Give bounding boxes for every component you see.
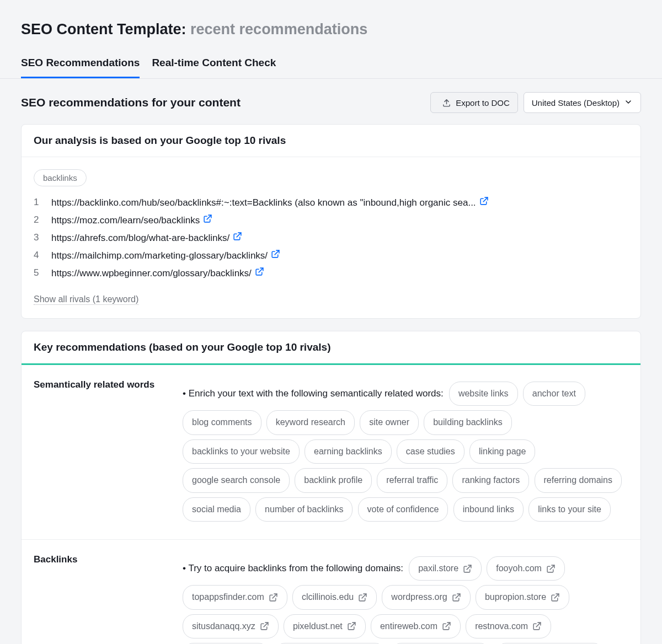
semantic-word-pill[interactable]: site owner <box>360 410 419 434</box>
semantic-word-pill[interactable]: links to your site <box>528 497 611 522</box>
region-select-label: United States (Desktop) <box>532 98 620 108</box>
tab-seo-recommendations[interactable]: SEO Recommendations <box>21 57 140 78</box>
backlinks-label: Backlinks <box>34 554 172 644</box>
export-button-label: Export to DOC <box>456 98 510 108</box>
semantic-word-pill[interactable]: inbound links <box>453 497 524 522</box>
external-link-icon <box>260 621 269 631</box>
rival-item: 5https://www.wpbeginner.com/glossary/bac… <box>34 267 628 279</box>
rival-item: 1https://backlinko.com/hub/seo/backlinks… <box>34 196 628 208</box>
backlinks-lead: Try to acquire backlinks from the follow… <box>183 563 403 573</box>
semantic-words-row: Semantically related words Enrich your t… <box>22 365 640 540</box>
semantic-word-pill[interactable]: referral traffic <box>377 468 447 492</box>
external-link-icon <box>347 621 356 631</box>
rival-link[interactable]: https://www.wpbeginner.com/glossary/back… <box>51 268 252 278</box>
external-link-icon <box>546 564 556 573</box>
region-select[interactable]: United States (Desktop) <box>524 92 641 113</box>
section-heading: SEO recommendations for your content <box>21 96 241 109</box>
backlink-domain-pill[interactable]: wordpress.org <box>382 585 470 609</box>
semantic-words-lead: Enrich your text with the following sema… <box>183 388 444 399</box>
chevron-down-icon <box>624 98 633 108</box>
semantic-words-label: Semantically related words <box>34 379 172 524</box>
backlinks-row: Backlinks Try to acquire backlinks from … <box>22 540 640 644</box>
external-link-icon[interactable] <box>203 214 212 223</box>
rival-link[interactable]: https://backlinko.com/hub/seo/backlinks#… <box>51 197 476 208</box>
semantic-word-pill[interactable]: website links <box>449 382 518 406</box>
rival-item: 4https://mailchimp.com/marketing-glossar… <box>34 249 628 261</box>
rival-index: 4 <box>34 250 41 261</box>
page-title: SEO Content Template: recent recommendat… <box>21 21 641 38</box>
external-link-icon[interactable] <box>479 196 489 206</box>
title-main: SEO Content Template: <box>21 21 186 37</box>
semantic-word-pill[interactable]: linking page <box>469 439 535 464</box>
rivals-list: 1https://backlinko.com/hub/seo/backlinks… <box>34 196 628 279</box>
rival-index: 3 <box>34 232 41 243</box>
semantic-word-pill[interactable]: keyword research <box>266 410 355 434</box>
rival-link[interactable]: https://moz.com/learn/seo/backlinks <box>51 215 200 226</box>
rival-link[interactable]: https://mailchimp.com/marketing-glossary… <box>51 250 268 261</box>
backlink-domain-pill[interactable]: restnova.com <box>466 614 551 638</box>
backlink-domain-pill[interactable]: clcillinois.edu <box>292 585 377 609</box>
external-link-icon <box>532 621 542 631</box>
keyword-chip[interactable]: backlinks <box>34 169 87 186</box>
external-link-icon[interactable] <box>255 267 264 276</box>
external-link-icon <box>442 621 451 631</box>
external-link-icon[interactable] <box>233 232 242 241</box>
export-button[interactable]: Export to DOC <box>430 92 518 113</box>
external-link-icon <box>551 593 560 602</box>
semantic-word-pill[interactable]: social media <box>183 497 250 522</box>
semantic-word-pill[interactable]: number of backlinks <box>255 497 353 522</box>
key-recommendations-card: Key recommendations (based on your Googl… <box>21 331 641 644</box>
rival-index: 2 <box>34 214 41 226</box>
backlink-domain-pill[interactable]: situsdanaqq.xyz <box>183 614 279 638</box>
rivals-card: Our analysis is based on your Google top… <box>21 124 641 319</box>
tabs: SEO RecommendationsReal-time Content Che… <box>0 57 662 79</box>
semantic-word-pill[interactable]: google search console <box>183 468 290 492</box>
semantic-word-pill[interactable]: earning backlinks <box>305 439 392 464</box>
semantic-word-pill[interactable]: blog comments <box>183 410 261 434</box>
semantic-word-pill[interactable]: ranking factors <box>452 468 529 492</box>
rival-index: 5 <box>34 267 41 278</box>
backlink-domain-pill[interactable]: paxil.store <box>409 556 482 581</box>
rivals-card-title: Our analysis is based on your Google top… <box>22 125 640 157</box>
semantic-word-pill[interactable]: anchor text <box>523 382 585 406</box>
backlink-domain-pill[interactable]: fooyoh.com <box>487 556 565 581</box>
semantic-word-pill[interactable]: building backlinks <box>424 410 511 434</box>
external-link-icon <box>463 564 472 573</box>
backlink-domain-pill[interactable]: pixeldust.net <box>284 614 366 638</box>
key-recommendations-title: Key recommendations (based on your Googl… <box>22 331 640 363</box>
semantic-word-pill[interactable]: referring domains <box>535 468 622 492</box>
semantic-word-pill[interactable]: vote of confidence <box>358 497 449 522</box>
tab-real-time-content-check[interactable]: Real-time Content Check <box>152 57 276 78</box>
rival-index: 1 <box>34 197 41 208</box>
backlink-domain-pill[interactable]: entireweb.com <box>371 614 461 638</box>
rival-item: 2https://moz.com/learn/seo/backlinks <box>34 214 628 226</box>
external-link-icon <box>358 593 367 602</box>
semantic-word-pill[interactable]: backlink profile <box>295 468 372 492</box>
semantic-word-pill[interactable]: backlinks to your website <box>183 439 300 464</box>
backlink-domain-pill[interactable]: bupropion.store <box>476 585 569 609</box>
external-link-icon <box>452 593 461 602</box>
semantic-word-pill[interactable]: case studies <box>397 439 465 464</box>
upload-icon <box>442 98 451 108</box>
title-sub: recent recommendations <box>190 21 367 37</box>
rival-link[interactable]: https://ahrefs.com/blog/what-are-backlin… <box>51 233 229 243</box>
rival-item: 3https://ahrefs.com/blog/what-are-backli… <box>34 232 628 244</box>
external-link-icon <box>269 593 278 602</box>
backlink-domain-pill[interactable]: topappsfinder.com <box>183 585 287 609</box>
show-all-rivals-link[interactable]: Show all rivals (1 keyword) <box>34 294 138 305</box>
external-link-icon[interactable] <box>271 249 280 259</box>
